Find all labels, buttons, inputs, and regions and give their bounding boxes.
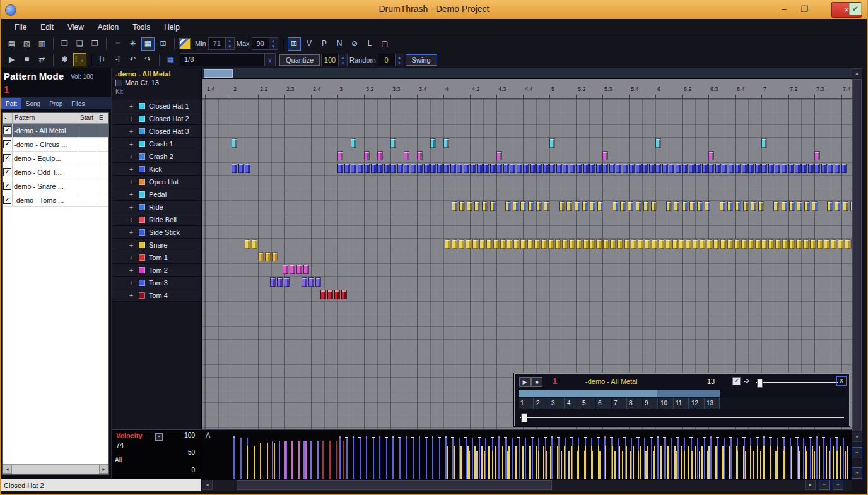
mini-close-button[interactable]: X	[836, 376, 847, 386]
hit-ride[interactable]	[575, 201, 580, 211]
hit-ride[interactable]	[505, 201, 511, 211]
hit-crash-2[interactable]	[404, 151, 409, 160]
snap-grid-icon[interactable]: ▦	[164, 53, 177, 66]
random-value[interactable]: 0	[378, 54, 395, 66]
hit-kick[interactable]	[570, 164, 575, 173]
velocity-bar[interactable]	[810, 438, 811, 479]
hit-crash-2[interactable]	[602, 151, 608, 160]
velocity-bar[interactable]	[543, 446, 544, 479]
hit-kick[interactable]	[748, 164, 754, 173]
hit-tom-2[interactable]	[296, 265, 302, 274]
pattern-row[interactable]: ✔-demo - All Metal	[3, 124, 108, 138]
hit-snare[interactable]	[803, 239, 809, 249]
hit-kick[interactable]	[695, 164, 701, 173]
hit-snare[interactable]	[741, 239, 747, 249]
hit-kick[interactable]	[755, 164, 761, 173]
hit-snare[interactable]	[775, 239, 781, 249]
hit-snare[interactable]	[720, 239, 726, 249]
track-row-ride[interactable]: +Ride	[112, 201, 201, 213]
note-tool-button[interactable]: N	[333, 37, 346, 51]
hit-ride[interactable]	[666, 201, 672, 211]
mini-checkbox[interactable]: ✔	[732, 377, 741, 385]
min-spin-down-icon[interactable]: ▾	[226, 44, 234, 49]
tab-patt[interactable]: Patt	[1, 98, 21, 109]
velocity-bar[interactable]	[485, 438, 486, 479]
new-file-button[interactable]: ▤	[5, 37, 18, 51]
hit-kick[interactable]	[517, 164, 522, 173]
velocity-bar[interactable]	[605, 446, 606, 479]
expand-track-button[interactable]: +	[127, 203, 135, 211]
velocity-bar[interactable]	[745, 451, 746, 479]
hit-tom-3[interactable]	[315, 277, 321, 287]
expand-track-button[interactable]: +	[127, 241, 135, 249]
hit-snare[interactable]	[583, 239, 589, 249]
hit-snare[interactable]	[817, 239, 823, 249]
velocity-bar[interactable]	[498, 438, 500, 479]
menu-tools[interactable]: Tools	[126, 20, 157, 34]
velocity-bar[interactable]	[459, 438, 460, 479]
hit-ride[interactable]	[689, 201, 695, 211]
hit-ride[interactable]	[835, 201, 840, 211]
velocity-bar[interactable]	[512, 438, 513, 479]
hit-kick[interactable]	[483, 164, 489, 173]
hit-crash-1[interactable]	[430, 138, 436, 148]
velocity-bar[interactable]	[622, 451, 623, 479]
horizontal-scrollbar[interactable]: ◂ ▸ − +	[202, 480, 852, 491]
hit-kick[interactable]	[523, 164, 529, 173]
velocity-bar[interactable]	[515, 446, 517, 479]
velocity-bar[interactable]	[736, 446, 737, 479]
hit-kick[interactable]	[503, 164, 509, 173]
hit-tom-3[interactable]	[302, 277, 307, 287]
hit-kick[interactable]	[636, 164, 642, 173]
hit-kick[interactable]	[742, 164, 748, 173]
velocity-bar[interactable]	[413, 438, 414, 479]
hit-kick[interactable]	[510, 164, 515, 173]
redo-button[interactable]: ↷	[141, 53, 155, 66]
pattern-row[interactable]: ✔demo - Odd T...	[3, 165, 108, 179]
velocity-bar[interactable]	[708, 446, 710, 479]
hit-tom-1[interactable]	[258, 252, 264, 261]
hit-kick[interactable]	[616, 164, 621, 173]
velocity-bar[interactable]	[710, 438, 712, 479]
hit-ride[interactable]	[789, 201, 795, 211]
hit-kick[interactable]	[702, 164, 708, 173]
tab-prop[interactable]: Prop	[45, 98, 67, 109]
random-spin-up-icon[interactable]: ▴	[396, 54, 404, 60]
velocity-bar[interactable]	[695, 446, 696, 479]
marquee-tool-button[interactable]: ▢	[378, 37, 392, 51]
hit-snare[interactable]	[486, 239, 492, 249]
hit-ride[interactable]	[682, 201, 688, 211]
measure-cell[interactable]: 4	[565, 398, 580, 409]
menu-file[interactable]: File	[8, 20, 33, 34]
hit-snare[interactable]	[617, 239, 623, 249]
velocity-bar[interactable]	[654, 446, 655, 479]
velocity-bar[interactable]	[640, 446, 641, 479]
mini-play-button[interactable]: ▶	[519, 377, 531, 387]
velocity-bar[interactable]	[343, 441, 344, 479]
hit-kick[interactable]	[623, 164, 628, 173]
hit-crash-2[interactable]	[417, 151, 423, 160]
expand-track-button[interactable]: +	[127, 216, 135, 224]
hit-crash-2[interactable]	[337, 151, 343, 160]
velocity-bar[interactable]	[460, 446, 462, 479]
velocity-bar[interactable]	[598, 446, 599, 479]
track-row-closed-hat-2[interactable]: +Closed Hat 2	[112, 112, 201, 125]
hit-kick[interactable]	[358, 164, 363, 173]
hit-snare[interactable]	[693, 239, 698, 249]
hit-ride[interactable]	[643, 201, 649, 211]
scroll-up-icon[interactable]: ▴	[852, 68, 862, 78]
hit-snare[interactable]	[500, 239, 506, 249]
hit-snare[interactable]	[824, 239, 830, 249]
measure-cell[interactable]: 11	[674, 398, 689, 409]
hit-ride[interactable]	[520, 201, 526, 211]
hit-crash-1[interactable]	[443, 138, 449, 148]
velocity-bar[interactable]	[488, 446, 490, 479]
hit-kick[interactable]	[801, 164, 807, 173]
hit-ride[interactable]	[651, 201, 657, 211]
zoom-in-vertical-button[interactable]: +	[852, 467, 862, 479]
velocity-bar[interactable]	[439, 438, 440, 479]
velocity-bar[interactable]	[474, 446, 476, 479]
velocity-bar[interactable]	[454, 446, 455, 479]
quantize-button[interactable]: Quantize	[279, 54, 320, 66]
velocity-bar[interactable]	[707, 451, 708, 479]
